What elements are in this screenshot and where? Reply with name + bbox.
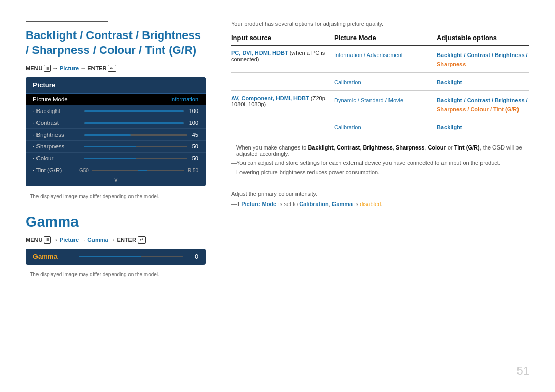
- gamma-value: 0: [188, 253, 198, 260]
- disabled-ref: disabled: [360, 201, 381, 207]
- brightness-slider[interactable]: [84, 134, 187, 136]
- enter-label: ENTER: [87, 65, 106, 71]
- colour-fill: [84, 158, 136, 159]
- sharpness-label: · Sharpness: [33, 143, 79, 150]
- mode-calibration-1: Calibration: [334, 79, 361, 85]
- col-header-mode: Picture Mode: [334, 34, 437, 42]
- bold-contrast: Contrast: [337, 144, 360, 151]
- right-panel: Your product has several options for adj…: [221, 21, 529, 377]
- table-header: Input source Picture Mode Adjustable opt…: [231, 34, 529, 46]
- sharpness-row[interactable]: · Sharpness 50: [26, 141, 206, 153]
- picture-mode-value: Information: [170, 96, 198, 102]
- note-item-2: You can adjust and store settings for ea…: [231, 160, 529, 166]
- mode-calibration-2: Calibration: [334, 124, 361, 130]
- colour-row[interactable]: · Colour 50: [26, 153, 206, 164]
- cell-mode-4: Calibration: [334, 122, 437, 132]
- arrow2: →: [80, 65, 86, 71]
- note-item-3: Lowering picture brightness reduces powe…: [231, 169, 529, 175]
- gamma-right-section: Adjust the primary colour intensity. If …: [231, 191, 529, 207]
- contrast-fill: [84, 122, 184, 124]
- page-number: 51: [517, 364, 529, 378]
- table-row: AV, Component, HDMI, HDBT (720p, 1080i, …: [231, 91, 529, 118]
- adj-backlight-2: Backlight: [437, 124, 462, 130]
- gamma-box-label: Gamma: [33, 253, 74, 260]
- backlight-slider[interactable]: [84, 110, 184, 112]
- table-row: Calibration Backlight: [231, 73, 529, 91]
- bold-backlight: Backlight: [308, 144, 334, 151]
- section2: Gamma MENU III → Picture → Gamma → ENTER…: [26, 214, 206, 277]
- cell-input-3: AV, Component, HDMI, HDBT (720p, 1080i, …: [231, 95, 334, 107]
- gamma-arrow1: →: [52, 237, 58, 243]
- gamma-arrow2: →: [80, 237, 86, 243]
- gamma-menu-label: MENU: [26, 237, 42, 243]
- picture-ui-box: Picture Picture Mode Information · Backl…: [26, 77, 206, 186]
- enter-icon: ↵: [108, 65, 116, 72]
- backlight-value: 100: [189, 108, 198, 114]
- backlight-label: · Backlight: [33, 108, 79, 114]
- ui-box-header: Picture: [26, 77, 206, 94]
- backlight-fill: [84, 110, 184, 112]
- gamma-title: Gamma: [26, 214, 206, 230]
- notes-section: When you make changes to Backlight, Cont…: [231, 144, 529, 175]
- gamma-ref: Gamma: [332, 201, 353, 207]
- tint-g-value: G50: [79, 167, 89, 173]
- arrow1: →: [52, 65, 58, 71]
- bold-sharpness: Sharpness: [396, 144, 424, 151]
- options-table: Input source Picture Mode Adjustable opt…: [231, 34, 529, 136]
- adj-sharpness-3: Sharpness / Colour / Tint (G/R): [437, 106, 519, 113]
- note-item-1: When you make changes to Backlight, Cont…: [231, 144, 529, 157]
- colour-value: 50: [192, 155, 198, 161]
- col-header-adjust: Adjustable options: [437, 34, 529, 42]
- tint-r-value: R 50: [188, 167, 198, 173]
- cell-mode-3: Dynamic / Standard / Movie: [334, 95, 437, 104]
- sharpness-slider[interactable]: [84, 146, 187, 147]
- menu-path-2: MENU III → Picture → Gamma → ENTER ↵: [26, 236, 206, 244]
- menu-icon: III: [44, 65, 51, 72]
- section1-note: The displayed image may differ depending…: [26, 194, 206, 199]
- contrast-value: 100: [189, 120, 198, 126]
- brightness-row[interactable]: · Brightness 45: [26, 129, 206, 141]
- bold-brightness: Brightness: [363, 144, 392, 151]
- gamma-row[interactable]: Gamma 0: [26, 249, 206, 265]
- section2-note: The displayed image may differ depending…: [26, 272, 206, 277]
- sharpness-fill: [84, 146, 136, 147]
- tint-slider[interactable]: [92, 170, 184, 171]
- brightness-value: 45: [192, 132, 198, 138]
- page: Backlight / Contrast / Brightness / Shar…: [0, 0, 555, 392]
- backlight-row[interactable]: · Backlight 100: [26, 105, 206, 117]
- bold-tint: Tint (G/R): [454, 144, 480, 151]
- gamma-picture-label: Picture: [60, 237, 79, 243]
- adj-link-3: Backlight / Contrast / Brightness /: [437, 97, 528, 103]
- cell-adjust-3: Backlight / Contrast / Brightness / Shar…: [437, 95, 529, 114]
- picture-mode-label: Picture Mode: [33, 96, 79, 102]
- contrast-slider[interactable]: [84, 122, 184, 124]
- contrast-row[interactable]: · Contrast 100: [26, 117, 206, 129]
- cell-input-1: PC, DVI, HDMI, HDBT (when a PC is connec…: [231, 50, 334, 62]
- brightness-fill: [84, 134, 131, 136]
- cell-adjust-2: Backlight: [437, 77, 529, 86]
- section1: Backlight / Contrast / Brightness / Shar…: [26, 21, 206, 199]
- input-bold-1: PC, DVI, HDMI, HDBT: [231, 50, 288, 56]
- gamma-right-note: Adjust the primary colour intensity.: [231, 191, 529, 197]
- sharpness-value: 50: [192, 143, 198, 150]
- picture-label: Picture: [60, 65, 79, 71]
- gamma-slider-fill: [79, 256, 141, 257]
- right-top-note: Your product has several options for adj…: [231, 21, 529, 27]
- tint-row[interactable]: · Tint (G/R) G50 R 50: [26, 164, 206, 174]
- picture-mode-row[interactable]: Picture Mode Information: [26, 94, 206, 105]
- calibration-ref: Calibration: [299, 201, 328, 207]
- tint-fill: [138, 170, 147, 171]
- colour-slider[interactable]: [84, 158, 187, 159]
- menu-path-1: MENU III → Picture → ENTER ↵: [26, 65, 206, 72]
- contrast-label: · Contrast: [33, 120, 79, 126]
- cell-adjust-1: Backlight / Contrast / Brightness / Shar…: [437, 50, 529, 68]
- gamma-slider[interactable]: [79, 256, 183, 257]
- bold-colour: Colour: [428, 144, 446, 151]
- table-row: Calibration Backlight: [231, 118, 529, 136]
- picture-mode-ref: Picture Mode: [241, 201, 276, 207]
- section-rule: [26, 21, 108, 22]
- menu-label: MENU: [26, 65, 42, 71]
- mode-link-1: Information / Advertisement: [334, 52, 403, 58]
- top-divider: [26, 27, 529, 27]
- gamma-word: Gamma: [87, 237, 108, 243]
